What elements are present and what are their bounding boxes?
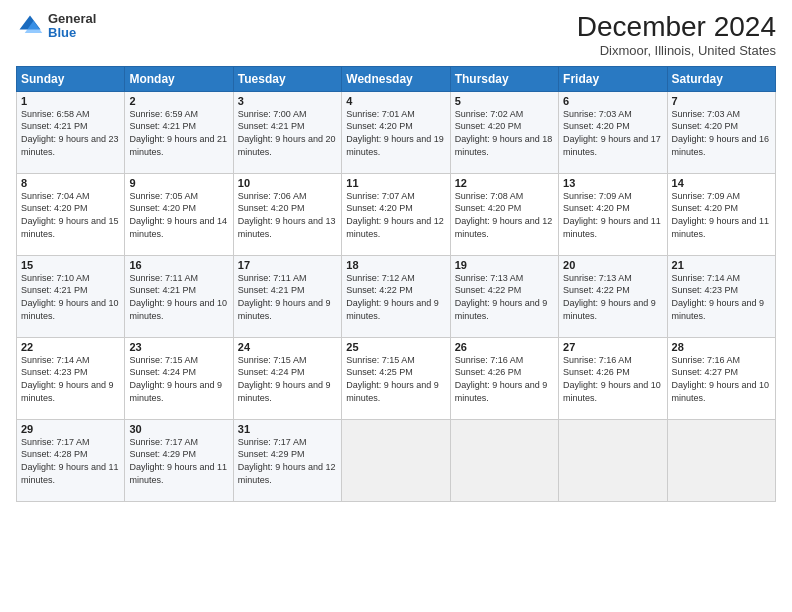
table-row: 14 Sunrise: 7:09 AMSunset: 4:20 PMDaylig…: [667, 173, 775, 255]
day-number: 10: [238, 177, 337, 189]
day-info: Sunrise: 7:14 AMSunset: 4:23 PMDaylight:…: [672, 273, 765, 321]
day-number: 12: [455, 177, 554, 189]
table-row: 26 Sunrise: 7:16 AMSunset: 4:26 PMDaylig…: [450, 337, 558, 419]
day-info: Sunrise: 7:14 AMSunset: 4:23 PMDaylight:…: [21, 355, 114, 403]
col-monday: Monday: [125, 66, 233, 91]
day-info: Sunrise: 7:13 AMSunset: 4:22 PMDaylight:…: [563, 273, 656, 321]
calendar-week-4: 22 Sunrise: 7:14 AMSunset: 4:23 PMDaylig…: [17, 337, 776, 419]
table-row: 19 Sunrise: 7:13 AMSunset: 4:22 PMDaylig…: [450, 255, 558, 337]
day-info: Sunrise: 7:17 AMSunset: 4:29 PMDaylight:…: [238, 437, 336, 485]
day-info: Sunrise: 7:09 AMSunset: 4:20 PMDaylight:…: [672, 191, 770, 239]
table-row: 15 Sunrise: 7:10 AMSunset: 4:21 PMDaylig…: [17, 255, 125, 337]
table-row: 23 Sunrise: 7:15 AMSunset: 4:24 PMDaylig…: [125, 337, 233, 419]
calendar-week-3: 15 Sunrise: 7:10 AMSunset: 4:21 PMDaylig…: [17, 255, 776, 337]
table-row: 3 Sunrise: 7:00 AMSunset: 4:21 PMDayligh…: [233, 91, 341, 173]
day-number: 1: [21, 95, 120, 107]
table-row: 12 Sunrise: 7:08 AMSunset: 4:20 PMDaylig…: [450, 173, 558, 255]
table-row: 20 Sunrise: 7:13 AMSunset: 4:22 PMDaylig…: [559, 255, 667, 337]
col-thursday: Thursday: [450, 66, 558, 91]
day-number: 20: [563, 259, 662, 271]
day-number: 18: [346, 259, 445, 271]
col-wednesday: Wednesday: [342, 66, 450, 91]
day-number: 31: [238, 423, 337, 435]
day-number: 2: [129, 95, 228, 107]
table-row: 9 Sunrise: 7:05 AMSunset: 4:20 PMDayligh…: [125, 173, 233, 255]
day-info: Sunrise: 7:04 AMSunset: 4:20 PMDaylight:…: [21, 191, 119, 239]
table-row: 5 Sunrise: 7:02 AMSunset: 4:20 PMDayligh…: [450, 91, 558, 173]
logo: General Blue: [16, 12, 96, 41]
day-info: Sunrise: 7:12 AMSunset: 4:22 PMDaylight:…: [346, 273, 439, 321]
day-number: 4: [346, 95, 445, 107]
day-number: 3: [238, 95, 337, 107]
table-row: 28 Sunrise: 7:16 AMSunset: 4:27 PMDaylig…: [667, 337, 775, 419]
day-info: Sunrise: 7:17 AMSunset: 4:29 PMDaylight:…: [129, 437, 227, 485]
logo-icon: [16, 12, 44, 40]
table-row: 4 Sunrise: 7:01 AMSunset: 4:20 PMDayligh…: [342, 91, 450, 173]
table-row: [342, 419, 450, 501]
day-info: Sunrise: 7:06 AMSunset: 4:20 PMDaylight:…: [238, 191, 336, 239]
month-title: December 2024: [577, 12, 776, 43]
calendar-week-1: 1 Sunrise: 6:58 AMSunset: 4:21 PMDayligh…: [17, 91, 776, 173]
day-number: 11: [346, 177, 445, 189]
table-row: 16 Sunrise: 7:11 AMSunset: 4:21 PMDaylig…: [125, 255, 233, 337]
day-info: Sunrise: 6:58 AMSunset: 4:21 PMDaylight:…: [21, 109, 119, 157]
day-info: Sunrise: 7:15 AMSunset: 4:25 PMDaylight:…: [346, 355, 439, 403]
table-row: 25 Sunrise: 7:15 AMSunset: 4:25 PMDaylig…: [342, 337, 450, 419]
day-number: 9: [129, 177, 228, 189]
day-info: Sunrise: 7:08 AMSunset: 4:20 PMDaylight:…: [455, 191, 553, 239]
table-row: 27 Sunrise: 7:16 AMSunset: 4:26 PMDaylig…: [559, 337, 667, 419]
day-number: 24: [238, 341, 337, 353]
table-row: [450, 419, 558, 501]
table-row: 24 Sunrise: 7:15 AMSunset: 4:24 PMDaylig…: [233, 337, 341, 419]
day-info: Sunrise: 7:16 AMSunset: 4:26 PMDaylight:…: [563, 355, 661, 403]
day-number: 16: [129, 259, 228, 271]
day-info: Sunrise: 7:17 AMSunset: 4:28 PMDaylight:…: [21, 437, 119, 485]
day-number: 30: [129, 423, 228, 435]
day-info: Sunrise: 7:03 AMSunset: 4:20 PMDaylight:…: [672, 109, 770, 157]
day-number: 27: [563, 341, 662, 353]
title-block: December 2024 Dixmoor, Illinois, United …: [577, 12, 776, 58]
day-number: 23: [129, 341, 228, 353]
col-sunday: Sunday: [17, 66, 125, 91]
day-info: Sunrise: 7:11 AMSunset: 4:21 PMDaylight:…: [238, 273, 331, 321]
day-info: Sunrise: 6:59 AMSunset: 4:21 PMDaylight:…: [129, 109, 227, 157]
day-number: 8: [21, 177, 120, 189]
day-number: 13: [563, 177, 662, 189]
day-info: Sunrise: 7:13 AMSunset: 4:22 PMDaylight:…: [455, 273, 548, 321]
day-info: Sunrise: 7:16 AMSunset: 4:27 PMDaylight:…: [672, 355, 770, 403]
calendar-page: General Blue December 2024 Dixmoor, Illi…: [0, 0, 792, 612]
table-row: 8 Sunrise: 7:04 AMSunset: 4:20 PMDayligh…: [17, 173, 125, 255]
table-row: 13 Sunrise: 7:09 AMSunset: 4:20 PMDaylig…: [559, 173, 667, 255]
calendar-week-2: 8 Sunrise: 7:04 AMSunset: 4:20 PMDayligh…: [17, 173, 776, 255]
day-number: 14: [672, 177, 771, 189]
logo-text: General Blue: [48, 12, 96, 41]
day-info: Sunrise: 7:16 AMSunset: 4:26 PMDaylight:…: [455, 355, 548, 403]
day-info: Sunrise: 7:01 AMSunset: 4:20 PMDaylight:…: [346, 109, 444, 157]
table-row: 17 Sunrise: 7:11 AMSunset: 4:21 PMDaylig…: [233, 255, 341, 337]
logo-blue-text: Blue: [48, 26, 96, 40]
table-row: 21 Sunrise: 7:14 AMSunset: 4:23 PMDaylig…: [667, 255, 775, 337]
day-number: 19: [455, 259, 554, 271]
day-info: Sunrise: 7:02 AMSunset: 4:20 PMDaylight:…: [455, 109, 553, 157]
calendar-body: 1 Sunrise: 6:58 AMSunset: 4:21 PMDayligh…: [17, 91, 776, 501]
day-number: 17: [238, 259, 337, 271]
table-row: 2 Sunrise: 6:59 AMSunset: 4:21 PMDayligh…: [125, 91, 233, 173]
calendar-header-row: Sunday Monday Tuesday Wednesday Thursday…: [17, 66, 776, 91]
day-number: 22: [21, 341, 120, 353]
location: Dixmoor, Illinois, United States: [577, 43, 776, 58]
table-row: 11 Sunrise: 7:07 AMSunset: 4:20 PMDaylig…: [342, 173, 450, 255]
day-number: 25: [346, 341, 445, 353]
calendar-week-5: 29 Sunrise: 7:17 AMSunset: 4:28 PMDaylig…: [17, 419, 776, 501]
table-row: 10 Sunrise: 7:06 AMSunset: 4:20 PMDaylig…: [233, 173, 341, 255]
day-info: Sunrise: 7:09 AMSunset: 4:20 PMDaylight:…: [563, 191, 661, 239]
table-row: [559, 419, 667, 501]
col-friday: Friday: [559, 66, 667, 91]
day-info: Sunrise: 7:15 AMSunset: 4:24 PMDaylight:…: [129, 355, 222, 403]
day-info: Sunrise: 7:15 AMSunset: 4:24 PMDaylight:…: [238, 355, 331, 403]
table-row: [667, 419, 775, 501]
day-number: 29: [21, 423, 120, 435]
col-saturday: Saturday: [667, 66, 775, 91]
day-number: 6: [563, 95, 662, 107]
day-info: Sunrise: 7:10 AMSunset: 4:21 PMDaylight:…: [21, 273, 119, 321]
day-info: Sunrise: 7:07 AMSunset: 4:20 PMDaylight:…: [346, 191, 444, 239]
